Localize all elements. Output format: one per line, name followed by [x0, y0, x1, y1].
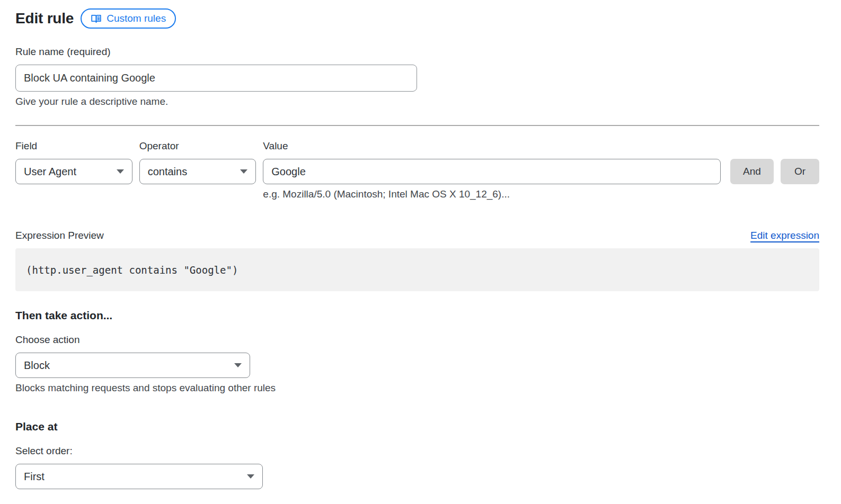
caret-down-icon	[117, 169, 124, 174]
placement-section: Place at Select order: First	[15, 420, 819, 489]
condition-row: Field User Agent Operator contains Value…	[15, 140, 819, 200]
expression-preview-label: Expression Preview	[15, 230, 104, 241]
expression-preview-box: (http.user_agent contains "Google")	[15, 248, 819, 291]
operator-label: Operator	[139, 140, 256, 152]
expression-code: (http.user_agent contains "Google")	[26, 264, 238, 276]
edit-rule-page: Edit rule Custom rules Rule name (requir…	[0, 0, 841, 489]
page-title: Edit rule	[15, 10, 74, 27]
edit-expression-link[interactable]: Edit expression	[750, 230, 819, 241]
custom-rules-badge-label: Custom rules	[107, 13, 166, 24]
section-divider	[15, 125, 819, 126]
caret-down-icon	[234, 363, 242, 367]
action-select[interactable]: Block	[15, 353, 250, 378]
connector-buttons: And Or	[730, 159, 819, 184]
order-select[interactable]: First	[15, 464, 263, 489]
page-header: Edit rule Custom rules	[15, 8, 819, 29]
select-order-label: Select order:	[15, 445, 819, 457]
field-select[interactable]: User Agent	[15, 159, 132, 184]
or-button[interactable]: Or	[781, 159, 819, 184]
field-select-value: User Agent	[24, 166, 76, 178]
action-heading: Then take action...	[15, 309, 819, 322]
field-label: Field	[15, 140, 132, 152]
caret-down-icon	[247, 474, 254, 479]
open-book-icon	[91, 13, 102, 24]
value-helper: e.g. Mozilla/5.0 (Macintosh; Intel Mac O…	[263, 188, 721, 200]
rule-name-input[interactable]	[15, 65, 417, 92]
operator-select-value: contains	[148, 166, 188, 178]
and-button[interactable]: And	[730, 159, 774, 184]
choose-action-label: Choose action	[15, 334, 819, 346]
value-input[interactable]	[263, 159, 721, 184]
order-select-value: First	[24, 471, 45, 483]
value-label: Value	[263, 140, 721, 152]
rule-name-section: Rule name (required) Give your rule a de…	[15, 46, 819, 107]
field-column: Field User Agent	[15, 140, 132, 184]
caret-down-icon	[240, 169, 247, 174]
action-select-value: Block	[24, 359, 50, 372]
expression-section: Expression Preview Edit expression (http…	[15, 230, 819, 291]
operator-select[interactable]: contains	[139, 159, 256, 184]
action-helper: Blocks matching requests and stops evalu…	[15, 382, 819, 394]
custom-rules-badge[interactable]: Custom rules	[81, 8, 176, 29]
value-column: Value e.g. Mozilla/5.0 (Macintosh; Intel…	[263, 140, 721, 200]
action-section: Then take action... Choose action Block …	[15, 309, 819, 394]
expression-header: Expression Preview Edit expression	[15, 230, 819, 241]
rule-name-helper: Give your rule a descriptive name.	[15, 96, 819, 107]
operator-column: Operator contains	[139, 140, 256, 184]
place-at-heading: Place at	[15, 420, 819, 433]
rule-name-label: Rule name (required)	[15, 46, 819, 58]
